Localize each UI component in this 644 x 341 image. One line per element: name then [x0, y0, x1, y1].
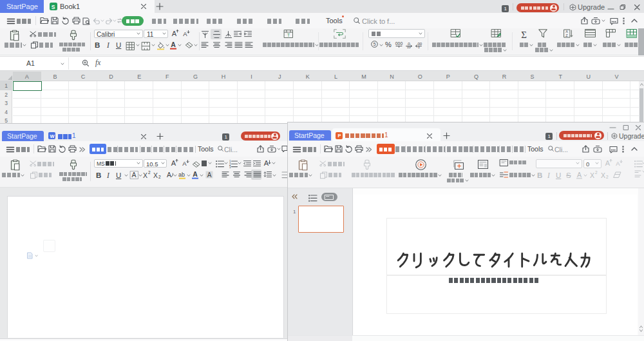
svg-text:A: A	[193, 170, 198, 178]
svg-text:T: T	[287, 33, 290, 37]
svg-text:A: A	[183, 30, 187, 37]
svg-text:ab: ab	[178, 171, 185, 178]
svg-text:A: A	[577, 171, 582, 179]
svg-text:Σ: Σ	[521, 29, 527, 39]
svg-text:A: A	[207, 171, 212, 179]
svg-text:A: A	[131, 171, 136, 179]
svg-text:A: A	[182, 160, 187, 167]
svg-text:000: 000	[395, 41, 403, 46]
svg-text:00: 00	[407, 45, 411, 49]
svg-text:A: A	[264, 159, 269, 167]
svg-text:A: A	[616, 160, 620, 167]
svg-text:A: A	[171, 41, 176, 48]
svg-text:A: A	[167, 171, 171, 179]
svg-text:5: 5	[373, 41, 375, 47]
svg-text:0: 0	[418, 45, 420, 49]
svg-text:Z: Z	[565, 34, 568, 37]
